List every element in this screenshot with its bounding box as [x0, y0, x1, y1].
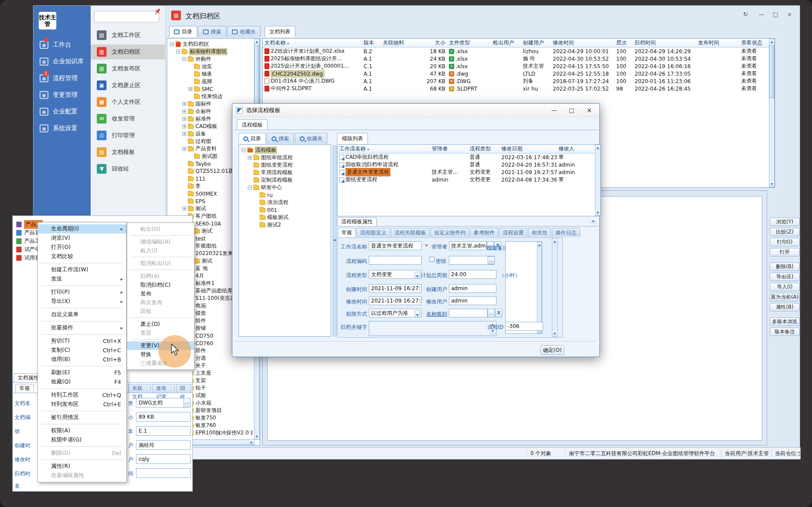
menu-item[interactable]: 转到发布区 Ctrl+E ▸	[38, 400, 126, 409]
menu-item[interactable]: 继续编辑(A)	[127, 237, 194, 246]
sidebar-item[interactable]: ▣ 企业配置	[33, 103, 91, 120]
tree-node[interactable]: 轴承	[168, 70, 253, 78]
menu-item[interactable]: 生命周期(I) ▸	[38, 224, 126, 233]
menu-item[interactable]: 导出(X) ▸	[38, 297, 126, 306]
scroll-down-arrow[interactable]: ▼	[552, 331, 557, 336]
action-button[interactable]: 比较(Z)	[770, 228, 800, 236]
prop-tab[interactable]: 参考附件	[470, 228, 498, 237]
menu-item[interactable]	[131, 270, 191, 270]
scroll-down-arrow[interactable]: ▼	[254, 434, 259, 439]
tree-expander[interactable]: +	[182, 102, 186, 106]
tree-node[interactable]: 001	[240, 206, 328, 214]
prop-scrollbar[interactable]: ▲ ▼	[552, 238, 558, 337]
workspace-tab[interactable]: 搜索	[198, 26, 226, 37]
menu-item[interactable]: 权限(A) ▸	[38, 426, 126, 435]
nav-item[interactable]: ✉ 收发管理	[91, 111, 165, 126]
action-button[interactable]: 属性(B)	[770, 303, 800, 311]
maximize-button[interactable]: □	[769, 10, 782, 19]
menu-item[interactable]: 权限申请(G) ▸	[38, 435, 126, 445]
menu-item[interactable]: ▸	[41, 366, 123, 366]
mtime-field[interactable]: 2021-11-09 16:27:57	[369, 296, 422, 305]
prop-field[interactable]: 89 KB	[136, 412, 191, 422]
menu-item[interactable]: 发送 ▸	[38, 274, 126, 284]
template-list-tab[interactable]: 模版列表	[337, 133, 368, 144]
menu-item[interactable]: 取消检出(U)	[127, 259, 194, 268]
action-button[interactable]: 导入(I)	[770, 283, 800, 291]
tree-expander[interactable]: +	[182, 207, 186, 211]
scroll-up-arrow[interactable]: ▲	[769, 39, 774, 44]
nav-item[interactable]: ▤ 文档模板	[91, 145, 165, 160]
action-button[interactable]: 多版本浏览	[770, 317, 800, 326]
prop-field[interactable]: E.1	[136, 426, 191, 436]
menu-item[interactable]	[131, 235, 191, 236]
tree-node[interactable]: 悦来悦达	[168, 93, 253, 100]
pin-icon[interactable]	[154, 7, 162, 17]
tree-node[interactable]: + SMC	[168, 85, 253, 93]
menu-item[interactable]: ▸	[41, 411, 123, 411]
workflow-row[interactable]: 普通文件变更流程 技术主管... 文档变更 2021-11-09 16:27:5…	[338, 168, 601, 176]
workspace-tab[interactable]: 目录	[169, 26, 197, 37]
menu-item[interactable]: 发布	[127, 289, 194, 298]
menu-item[interactable]: 借用(B) Ctrl+B ▸	[38, 355, 126, 364]
workflow-name-field[interactable]: 普通文件变更流程	[369, 241, 422, 250]
nav-item[interactable]: ▤ 文档工作区	[91, 28, 165, 43]
dialog-left-tab[interactable]: 收藏夹	[295, 133, 327, 144]
nav-item[interactable]: ▣ 文档废止区	[91, 78, 165, 93]
tree-expander[interactable]: −	[248, 186, 252, 190]
remark-textarea[interactable]: ▲ ▼	[505, 241, 542, 334]
sidebar-item[interactable]: ▣ 变更管理	[33, 87, 91, 103]
menu-item[interactable]: 转到工作区 Ctrl+Q ▸	[38, 390, 126, 400]
menu-item[interactable]: ▸	[41, 263, 123, 263]
tree-expander[interactable]: −	[242, 148, 246, 152]
action-button[interactable]: 打开	[770, 248, 800, 256]
menu-item[interactable]: 被引用情况 ▸	[38, 413, 126, 422]
tree-expander[interactable]: −	[182, 57, 186, 61]
dialog-titlebar[interactable]: 选择流程模板	[232, 104, 599, 117]
template-list-scrollbar[interactable]: ▲ ▼	[595, 145, 601, 216]
scroll-thumb[interactable]	[769, 45, 774, 98]
menu-item[interactable]: 归档(A)	[127, 272, 194, 281]
scroll-up-arrow[interactable]: ▲	[590, 218, 596, 223]
action-button[interactable]: 置为当前(A)	[770, 293, 800, 301]
tree-node[interactable]: 油泵	[168, 63, 253, 70]
nav-item[interactable]: ▤ 文档发布区	[91, 61, 165, 76]
doc-row[interactable]: 中间件2.SLDPRT A.1 68 KB S.SLDPRT xir hu 20…	[263, 85, 775, 92]
menu-item[interactable]: 检出(O)	[127, 225, 194, 233]
tree-expander[interactable]: −	[176, 50, 180, 54]
ctime-field[interactable]: 2021-11-09 16:27:18	[369, 284, 422, 293]
code-field[interactable]	[369, 256, 422, 265]
menu-item[interactable]: 浏览(V) ▸	[38, 233, 126, 243]
perm-dropdown[interactable]: 以过程用户为准	[369, 309, 422, 317]
workflow-row[interactable]: 图纸变更流程 admin 文档变更 2022-04-08 17:34:36 覃	[338, 176, 601, 183]
flowid-field[interactable]: -306	[505, 322, 543, 331]
tree-node[interactable]: 演示流程	[240, 199, 328, 206]
tree-expander[interactable]: +	[182, 109, 186, 113]
menu-item[interactable]: 自定义菜单 ▸	[38, 310, 126, 319]
menu-item[interactable]: 刷新(E) F5 ▸	[38, 368, 126, 377]
action-button[interactable]: 删除(B)	[770, 263, 800, 271]
doc-list-scrollbar[interactable]: ▲ ▼	[769, 39, 775, 187]
rule-field[interactable]	[449, 309, 488, 317]
menu-item[interactable]: ▸	[41, 446, 123, 447]
tree-expander[interactable]: +	[182, 124, 186, 128]
ok-button[interactable]: 确定(O)	[540, 345, 564, 355]
scroll-up-arrow[interactable]: ▲	[552, 239, 557, 244]
menu-item[interactable]: ▸	[41, 321, 123, 321]
menu-item[interactable]: 剪切(T) Ctrl+X ▸	[38, 336, 126, 346]
tree-node[interactable]: 底脚	[168, 78, 253, 85]
tree-node[interactable]: − 研发中心	[240, 184, 328, 191]
menu-item[interactable]: 复制(C) Ctrl+C ▸	[38, 346, 126, 355]
doc-row[interactable]: 22纸设计开发计划表_002.xlsx B.2 18 KB s.xlsx liz…	[263, 47, 775, 55]
menu-item[interactable]: 文档比较 ▸	[38, 252, 126, 261]
minimize-button[interactable]: —	[755, 10, 768, 19]
nav-item[interactable]: ▥ 文档归档区	[91, 44, 165, 59]
tree-node[interactable]: 定制流程模板	[240, 176, 328, 184]
menu-item[interactable]: 属性(R) ▸	[38, 462, 126, 471]
prop-tab[interactable]: 流程设置	[499, 228, 527, 237]
menu-item[interactable]: 删除(D) Del ▸	[38, 449, 126, 458]
menu-item[interactable]: 回收	[127, 307, 194, 316]
tree-expander[interactable]: +	[182, 132, 186, 136]
tree-node[interactable]: − 文档归档区	[168, 40, 253, 48]
menu-item[interactable]: 废止(D)	[127, 320, 194, 328]
menu-item[interactable]: 打开(O) ▸	[38, 243, 126, 252]
